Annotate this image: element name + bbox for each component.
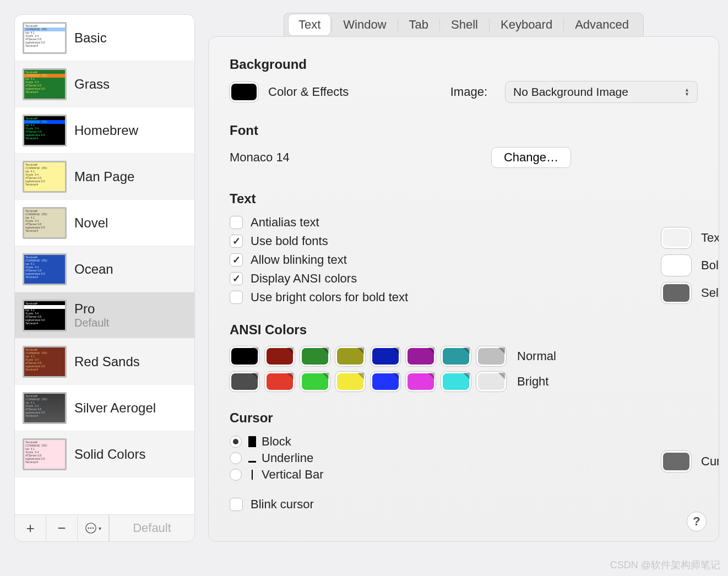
profile-row-silver[interactable]: Silver Aerogel xyxy=(15,385,194,431)
profile-name: Grass xyxy=(74,77,110,92)
add-profile-button[interactable]: + xyxy=(15,515,46,541)
cursor-radio-block[interactable]: Block xyxy=(230,434,698,449)
tab-text[interactable]: Text xyxy=(289,14,330,35)
editable-corner-icon xyxy=(252,347,258,354)
profile-list: BasicGrassHomebrewMan PageNovelOceanProD… xyxy=(14,14,195,514)
profile-thumbnail xyxy=(23,346,67,378)
svg-point-3 xyxy=(93,528,94,529)
ansi-color-well[interactable] xyxy=(406,372,436,392)
editable-corner-icon xyxy=(393,347,399,354)
editable-corner-icon xyxy=(322,347,329,354)
change-font-button[interactable]: Change… xyxy=(491,147,571,168)
editable-corner-icon xyxy=(463,347,470,354)
blink-cursor-checkbox[interactable] xyxy=(230,498,243,511)
text-option-label: Display ANSI colors xyxy=(251,271,357,286)
set-default-button[interactable]: Default xyxy=(109,515,194,541)
profile-name: Silver Aerogel xyxy=(74,400,156,416)
editable-corner-icon xyxy=(463,373,470,379)
profile-row-grass[interactable]: Grass xyxy=(15,61,194,107)
section-heading-text: Text xyxy=(230,191,698,207)
profile-thumbnail xyxy=(23,207,67,239)
profile-name: Ocean xyxy=(74,262,113,277)
text-option-checkbox[interactable] xyxy=(230,272,243,285)
profile-row-solid[interactable]: Solid Colors xyxy=(15,431,194,477)
profile-thumbnail xyxy=(23,22,67,54)
text-option-label: Use bold fonts xyxy=(251,234,328,248)
tab-shell[interactable]: Shell xyxy=(441,14,488,35)
profile-thumbnail xyxy=(23,161,67,193)
cursor-color-well[interactable] xyxy=(661,451,691,472)
help-button[interactable]: ? xyxy=(687,512,707,531)
text-option-checkbox[interactable] xyxy=(230,253,243,267)
profile-row-ocean[interactable]: Ocean xyxy=(15,246,194,292)
ansi-color-well[interactable] xyxy=(265,346,295,366)
profile-name: Pro xyxy=(74,301,109,317)
cursor-radio-bar[interactable]: Vertical Bar xyxy=(230,468,698,482)
cursor-radio-underline[interactable]: Underline xyxy=(230,451,698,465)
radio-button[interactable] xyxy=(230,469,242,481)
tab-tab[interactable]: Tab xyxy=(399,14,438,35)
text-option-checkbox[interactable] xyxy=(230,235,243,248)
tab-keyboard[interactable]: Keyboard xyxy=(491,14,562,35)
background-image-popup[interactable]: No Background Image ▲▼ xyxy=(505,81,698,103)
sidebar-footer: + − ▾ Default xyxy=(14,514,195,542)
profile-sublabel: Default xyxy=(74,317,109,329)
up-down-arrows-icon: ▲▼ xyxy=(684,88,689,96)
ansi-color-well[interactable] xyxy=(441,372,471,392)
profile-row-novel[interactable]: Novel xyxy=(15,200,194,246)
profile-thumbnail xyxy=(23,392,67,424)
editable-corner-icon xyxy=(498,347,505,354)
profile-row-manpage[interactable]: Man Page xyxy=(15,154,194,200)
cursor-block-icon xyxy=(248,436,256,447)
profile-row-basic[interactable]: Basic xyxy=(15,15,194,61)
profile-row-redsands[interactable]: Red Sands xyxy=(15,339,194,385)
radio-button[interactable] xyxy=(230,452,242,464)
ansi-row-label: Normal xyxy=(517,349,556,363)
ansi-color-well[interactable] xyxy=(230,372,259,392)
text-option-checkbox[interactable] xyxy=(230,291,243,304)
tab-window[interactable]: Window xyxy=(333,14,396,35)
text-color-well-text[interactable] xyxy=(661,227,691,248)
profile-thumbnail xyxy=(23,253,67,285)
ansi-color-well[interactable] xyxy=(335,346,365,366)
text-option-label: Use bright colors for bold text xyxy=(251,290,408,305)
cursor-radio-label: Vertical Bar xyxy=(262,468,324,482)
background-color-well[interactable] xyxy=(230,82,258,102)
profile-thumbnail xyxy=(23,115,67,146)
tab-separator xyxy=(332,19,332,31)
cursor-radio-label: Block xyxy=(262,434,291,449)
ansi-color-well[interactable] xyxy=(300,372,330,392)
editable-corner-icon xyxy=(287,373,294,379)
ansi-color-well[interactable] xyxy=(371,346,400,366)
ansi-color-well[interactable] xyxy=(230,346,259,366)
svg-point-2 xyxy=(90,528,92,529)
font-value: Monaco 14 xyxy=(230,150,290,165)
remove-profile-button[interactable]: − xyxy=(46,515,78,541)
radio-button[interactable] xyxy=(230,436,242,448)
ansi-color-well[interactable] xyxy=(335,372,365,392)
editable-corner-icon xyxy=(357,373,364,379)
cursor-radio-label: Underline xyxy=(262,451,313,465)
ansi-color-well[interactable] xyxy=(265,372,295,392)
ansi-color-well[interactable] xyxy=(406,346,436,366)
text-color-well-selection[interactable] xyxy=(661,282,691,303)
ansi-color-well[interactable] xyxy=(476,346,506,366)
section-heading-font: Font xyxy=(230,123,698,138)
profile-name: Solid Colors xyxy=(74,447,145,462)
ansi-color-well[interactable] xyxy=(476,372,506,392)
background-well-label: Color & Effects xyxy=(268,85,349,99)
text-option-checkbox[interactable] xyxy=(230,216,243,229)
profile-actions-menu[interactable]: ▾ xyxy=(78,515,109,541)
tab-separator xyxy=(563,19,564,31)
main-panel: TextWindowTabShellKeyboardAdvanced Backg… xyxy=(208,14,719,542)
profile-row-homebrew[interactable]: Homebrew xyxy=(15,107,194,154)
tab-separator xyxy=(489,19,490,31)
profile-row-pro[interactable]: ProDefault xyxy=(15,292,194,339)
ansi-color-well[interactable] xyxy=(300,346,330,366)
ansi-color-well[interactable] xyxy=(441,346,471,366)
tab-advanced[interactable]: Advanced xyxy=(565,14,639,35)
text-color-well-bold-text[interactable] xyxy=(661,255,691,276)
ansi-color-well[interactable] xyxy=(371,372,400,392)
tab-separator xyxy=(398,19,398,31)
background-image-value: No Background Image xyxy=(513,85,628,99)
